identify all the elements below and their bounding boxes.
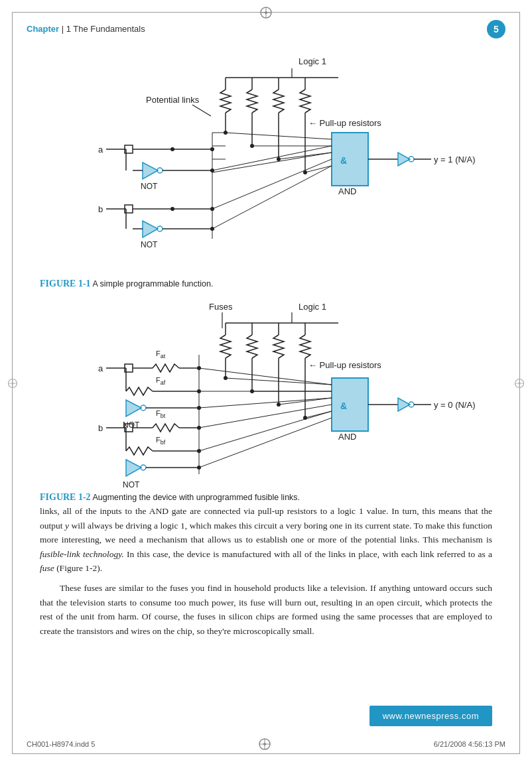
svg-marker-43 [143,162,158,179]
figure1-caption-text: A simple programmable function. [91,279,214,288]
page-header: Chapter | 1 The Fundamentals 5 [27,20,505,38]
svg-text:Fbf: Fbf [156,436,166,446]
svg-text:Logic 1: Logic 1 [299,302,326,312]
paragraph2: These fuses are similar to the fuses you… [40,581,492,638]
svg-text:&: & [340,401,347,411]
footer-right: 6/21/2008 4:56:13 PM [434,740,505,748]
svg-marker-115 [126,400,141,416]
figure2-diagram: Fuses Logic 1 ← Pull-up resistors & [40,295,478,494]
svg-line-142 [199,418,332,468]
website-banner: www.newnespress.com [369,706,492,726]
header-title: Chapter | 1 The Fundamentals [27,24,145,34]
svg-line-139 [199,398,332,408]
svg-rect-96 [332,378,368,431]
svg-text:AND: AND [338,186,356,196]
svg-line-16 [192,105,211,116]
header-separator: | [59,24,66,34]
svg-text:← Pull-up resistors: ← Pull-up resistors [308,360,381,370]
svg-text:a: a [98,145,103,155]
svg-text:a: a [98,363,103,373]
compass-top-icon [259,5,273,20]
svg-text:Faf: Faf [156,376,166,386]
chapter-number-title: 1 The Fundamentals [66,24,145,34]
figure1-caption-bold: FIGURE 1-1 [40,279,91,288]
svg-text:y = 0 (N/A): y = 0 (N/A) [434,400,476,410]
svg-marker-55 [143,221,158,237]
svg-text:NOT: NOT [141,182,158,191]
page-footer: CH001-H8974.indd 5 6/21/2008 4:56:13 PM [27,737,505,751]
chapter-label: Chapter [27,24,59,34]
svg-text:NOT: NOT [123,420,140,430]
page-number: 5 [487,20,505,38]
svg-line-71 [212,153,332,172]
svg-text:NOT: NOT [141,240,158,249]
svg-text:Fat: Fat [156,350,166,359]
svg-text:b: b [98,204,103,214]
svg-text:Potential links: Potential links [146,95,200,105]
svg-text:Logic 1: Logic 1 [299,56,326,66]
compass-right-icon [513,377,525,389]
compass-bottom-icon [257,737,272,751]
svg-rect-30 [332,133,368,186]
svg-marker-131 [126,460,141,476]
figure2-caption-bold: FIGURE 1-2 [40,492,91,502]
svg-line-146 [305,411,332,418]
svg-text:Fbt: Fbt [156,409,166,419]
svg-text:b: b [98,423,103,433]
border-bottom [12,753,520,754]
svg-text:&: & [340,155,347,166]
footer-left: CH001-H8974.indd 5 [27,740,95,748]
svg-line-73 [212,166,332,229]
paragraph1: links, all of the inputs to the AND gate… [40,504,492,576]
svg-text:y = 1 (N/A): y = 1 (N/A) [434,155,476,164]
figure1-caption: FIGURE 1-1 A simple programmable functio… [40,279,213,289]
svg-line-77 [305,166,332,172]
compass-left-icon [7,377,19,389]
figure2-caption-text: Augmenting the device with unprogrammed … [91,493,300,502]
svg-line-141 [199,411,332,451]
svg-text:AND: AND [338,432,356,442]
svg-text:Fuses: Fuses [209,302,233,312]
svg-line-137 [199,368,332,385]
figure2-caption: FIGURE 1-2 Augmenting the device with un… [40,492,300,503]
main-text: links, all of the inputs to the AND gate… [40,504,492,643]
page: Chapter | 1 The Fundamentals 5 Logic 1 P… [0,0,532,766]
svg-text:NOT: NOT [123,480,140,489]
svg-text:← Pull-up resistors: ← Pull-up resistors [308,118,381,128]
figure1-diagram: Logic 1 Potential links ← Pull-up resist… [40,36,478,282]
